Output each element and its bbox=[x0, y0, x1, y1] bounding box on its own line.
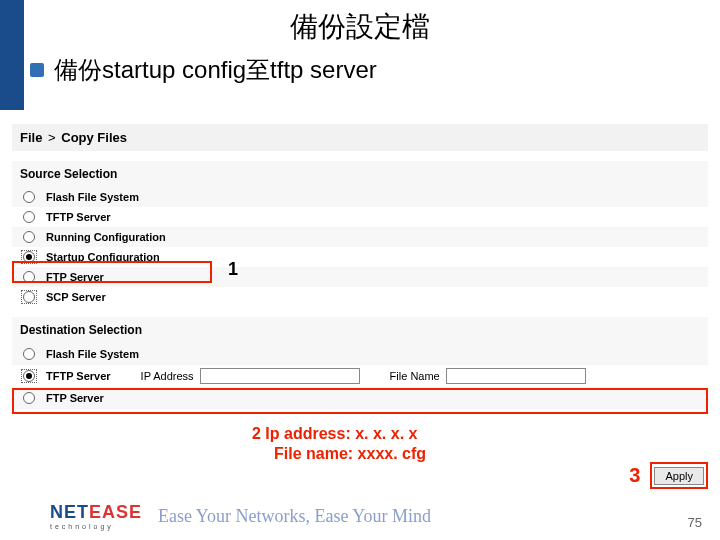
callout-3: 3 bbox=[629, 464, 640, 487]
radio-icon[interactable] bbox=[23, 271, 35, 283]
file-name-input[interactable] bbox=[446, 368, 586, 384]
slide-bullet: 備份startup config至tftp server bbox=[30, 54, 377, 86]
dest-heading: Destination Selection bbox=[12, 317, 708, 343]
source-label-ftp: FTP Server bbox=[46, 271, 104, 283]
callout-2-line2: File name: xxxx. cfg bbox=[274, 444, 426, 464]
callout-2-line1: 2 Ip address: x. x. x. x bbox=[252, 424, 426, 444]
radio-icon[interactable] bbox=[23, 211, 35, 223]
config-panel: File > Copy Files Source Selection Flash… bbox=[12, 124, 708, 409]
radio-icon[interactable] bbox=[23, 348, 35, 360]
ip-address-label: IP Address bbox=[141, 370, 194, 382]
bullet-icon bbox=[30, 63, 44, 77]
source-row-scp[interactable]: SCP Server bbox=[12, 287, 708, 307]
breadcrumb-sep: > bbox=[48, 130, 56, 145]
source-row-running[interactable]: Running Configuration bbox=[12, 227, 708, 247]
footer: NETEASE technology Ease Your Networks, E… bbox=[50, 502, 431, 530]
dest-row-ftp[interactable]: FTP Server bbox=[12, 387, 708, 409]
apply-area: 3 Apply bbox=[629, 462, 708, 489]
dest-row-tftp[interactable]: TFTP Server IP Address File Name bbox=[12, 365, 708, 387]
page-number: 75 bbox=[688, 515, 702, 530]
radio-icon[interactable] bbox=[23, 231, 35, 243]
dest-label-flash: Flash File System bbox=[46, 348, 139, 360]
radio-icon[interactable] bbox=[23, 370, 35, 382]
apply-button[interactable]: Apply bbox=[654, 467, 704, 485]
source-label-tftp: TFTP Server bbox=[46, 211, 111, 223]
radio-icon[interactable] bbox=[23, 392, 35, 404]
source-label-startup: Startup Configuration bbox=[46, 251, 160, 263]
brand-logo: NETEASE technology bbox=[50, 502, 142, 530]
callout-2: 2 Ip address: x. x. x. x File name: xxxx… bbox=[252, 424, 426, 464]
source-label-scp: SCP Server bbox=[46, 291, 106, 303]
brand-part-b: EASE bbox=[89, 502, 142, 522]
slide-title: 備份設定檔 bbox=[0, 8, 720, 46]
highlight-box-3: Apply bbox=[650, 462, 708, 489]
radio-icon[interactable] bbox=[23, 251, 35, 263]
brand-tagline: Ease Your Networks, Ease Your Mind bbox=[158, 506, 431, 527]
brand-part-a: NET bbox=[50, 502, 89, 522]
breadcrumb: File > Copy Files bbox=[12, 124, 708, 151]
source-heading: Source Selection bbox=[12, 161, 708, 187]
breadcrumb-level2: Copy Files bbox=[61, 130, 127, 145]
dest-label-ftp: FTP Server bbox=[46, 392, 104, 404]
bullet-text: 備份startup config至tftp server bbox=[54, 54, 377, 86]
source-row-startup[interactable]: Startup Configuration bbox=[12, 247, 708, 267]
radio-icon[interactable] bbox=[23, 291, 35, 303]
source-row-tftp[interactable]: TFTP Server bbox=[12, 207, 708, 227]
source-label-running: Running Configuration bbox=[46, 231, 166, 243]
radio-icon[interactable] bbox=[23, 191, 35, 203]
file-name-label: File Name bbox=[390, 370, 440, 382]
ip-address-input[interactable] bbox=[200, 368, 360, 384]
slide-root: 備份設定檔 備份startup config至tftp server File … bbox=[0, 0, 720, 540]
dest-row-flash[interactable]: Flash File System bbox=[12, 343, 708, 365]
source-row-ftp[interactable]: FTP Server bbox=[12, 267, 708, 287]
source-label-flash: Flash File System bbox=[46, 191, 139, 203]
breadcrumb-level1: File bbox=[20, 130, 42, 145]
dest-label-tftp: TFTP Server bbox=[46, 370, 111, 382]
callout-1: 1 bbox=[228, 259, 238, 280]
brand-sub: technology bbox=[50, 523, 114, 530]
source-row-flash[interactable]: Flash File System bbox=[12, 187, 708, 207]
